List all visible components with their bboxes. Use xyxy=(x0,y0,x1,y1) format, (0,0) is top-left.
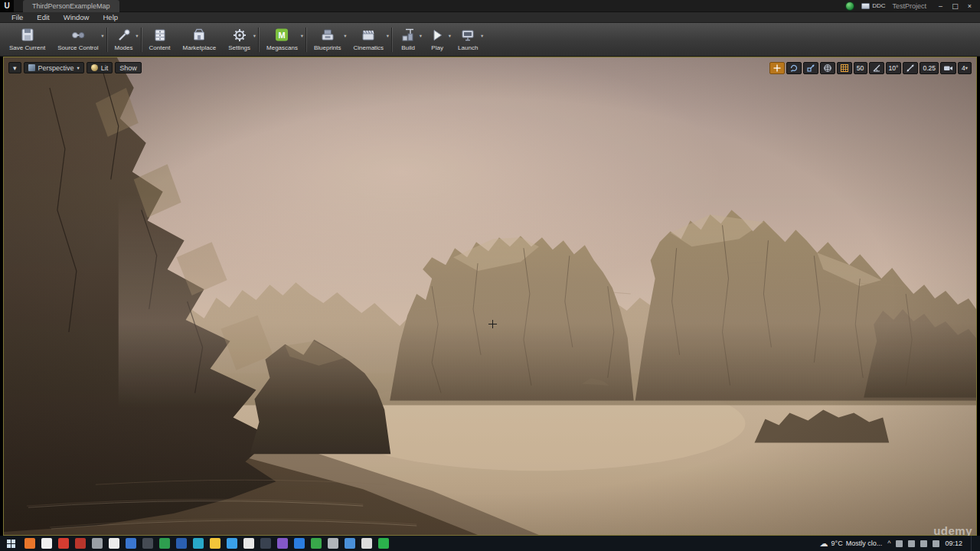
menu-edit[interactable]: Edit xyxy=(30,13,56,21)
weather-widget[interactable]: ☁ 9°C Mostly clo... xyxy=(820,540,883,548)
taskbar-app-icon[interactable] xyxy=(345,538,355,549)
build-button[interactable]: Build ▾ xyxy=(394,23,423,57)
level-tab-label: ThirdPersonExampleMap xyxy=(32,2,110,10)
settings-button[interactable]: Settings ▾ xyxy=(222,23,256,57)
menu-help[interactable]: Help xyxy=(96,13,125,21)
main-toolbar: Save Current Source Control ▾ Modes ▾ Co… xyxy=(0,23,980,57)
taskbar-app-icon[interactable] xyxy=(227,538,237,549)
taskbar-app-icon[interactable] xyxy=(24,538,35,549)
unreal-logo-icon: U xyxy=(0,0,14,12)
crosshair-icon xyxy=(488,320,497,328)
show-flags-button[interactable]: Show xyxy=(115,62,142,73)
taskbar-app-icon[interactable] xyxy=(243,538,254,549)
network-icon[interactable] xyxy=(920,540,927,547)
taskbar-app-icon[interactable] xyxy=(126,538,136,549)
cinematics-button[interactable]: Cinematics ▾ xyxy=(348,23,390,57)
dropdown-caret-icon: ▾ xyxy=(387,33,389,39)
move-tool-icon xyxy=(773,64,782,73)
lit-mode-button[interactable]: Lit xyxy=(87,62,113,73)
build-icon xyxy=(400,28,416,43)
launch-icon xyxy=(459,28,476,43)
viewport-scene[interactable] xyxy=(4,57,976,535)
taskbar-app-icon[interactable] xyxy=(193,538,204,549)
source-control-icon xyxy=(70,28,87,43)
perspective-icon xyxy=(28,64,35,71)
play-button[interactable]: Play ▾ xyxy=(423,23,452,57)
taskbar-app-icon[interactable] xyxy=(210,538,220,549)
taskbar-app-icon[interactable] xyxy=(159,538,170,549)
engine-status-icon[interactable] xyxy=(845,2,854,11)
show-desktop-button[interactable] xyxy=(971,536,974,551)
viewport-options-button[interactable]: ▾ xyxy=(8,62,21,73)
camera-speed-button[interactable] xyxy=(940,62,956,74)
close-button[interactable]: × xyxy=(962,1,977,11)
taskbar-app-icon[interactable] xyxy=(311,538,322,549)
scale-tool-button[interactable] xyxy=(803,62,818,74)
scale-snap-toggle[interactable] xyxy=(903,62,918,74)
taskbar-app-icon[interactable] xyxy=(58,538,69,549)
save-current-button[interactable]: Save Current xyxy=(3,23,51,57)
rotation-snap-value[interactable]: 10° xyxy=(886,62,902,74)
rotation-snap-toggle[interactable] xyxy=(869,62,884,74)
tray-expand-icon[interactable]: ^ xyxy=(887,540,890,547)
lit-sphere-icon xyxy=(91,64,98,71)
scale-snap-value[interactable]: 0.25 xyxy=(920,62,939,74)
taskbar-clock[interactable]: 09:12 xyxy=(945,540,962,547)
taskbar-app-icon[interactable] xyxy=(92,538,103,549)
dropdown-caret-icon: ▾ xyxy=(449,33,451,39)
weather-condition: Mostly clo... xyxy=(846,540,883,547)
perspective-button[interactable]: Perspective ▾ xyxy=(24,62,84,73)
marketplace-button[interactable]: Marketplace xyxy=(177,23,223,57)
volume-icon[interactable] xyxy=(933,540,939,547)
chevron-down-icon: ▾ xyxy=(13,64,17,72)
world-coordinate-button[interactable] xyxy=(820,62,835,74)
camera-icon xyxy=(943,64,953,73)
menu-file[interactable]: File xyxy=(5,13,30,21)
content-browser-button[interactable]: Content xyxy=(143,23,177,57)
taskbar-app-icon[interactable] xyxy=(294,538,305,549)
maximize-button[interactable]: □ xyxy=(948,1,962,11)
source-control-button[interactable]: Source Control ▾ xyxy=(51,23,104,57)
tray-icon[interactable] xyxy=(896,540,903,547)
megascans-icon: M xyxy=(273,28,290,43)
taskbar-app-icon[interactable] xyxy=(75,538,86,549)
toolbar-separator xyxy=(305,28,306,52)
level-tab[interactable]: ThirdPersonExampleMap xyxy=(23,0,119,12)
blueprints-button[interactable]: Blueprints ▾ xyxy=(308,23,348,57)
taskbar-app-icon[interactable] xyxy=(277,538,288,549)
menu-window[interactable]: Window xyxy=(57,13,96,21)
taskbar-app-icon[interactable] xyxy=(328,538,338,549)
rotation-snap-icon xyxy=(872,64,881,73)
dropdown-caret-icon: ▾ xyxy=(253,33,256,39)
taskbar-app-icon[interactable] xyxy=(378,538,389,549)
save-icon xyxy=(19,28,36,43)
grid-snap-value[interactable]: 50 xyxy=(854,62,867,74)
taskbar: ☁ 9°C Mostly clo... ^ 09:12 xyxy=(0,536,980,551)
title-bar: U ThirdPersonExampleMap DDC TestProject … xyxy=(0,0,980,12)
taskbar-app-icon[interactable] xyxy=(41,538,52,549)
launch-button[interactable]: Launch ▾ xyxy=(452,23,484,57)
dropdown-caret-icon: ▾ xyxy=(301,33,303,39)
marketplace-icon xyxy=(191,28,207,43)
taskbar-app-icon[interactable] xyxy=(260,538,271,549)
taskbar-app-icon[interactable] xyxy=(176,538,187,549)
move-tool-button[interactable] xyxy=(769,62,785,74)
taskbar-app-icon[interactable] xyxy=(109,538,119,549)
viewport[interactable]: ▾ Perspective ▾ Lit Show xyxy=(3,57,977,536)
camera-speed-value[interactable]: 4 ▾ xyxy=(958,62,972,74)
ddc-indicator[interactable]: DDC xyxy=(861,2,885,9)
dropdown-caret-icon: ▾ xyxy=(481,33,483,39)
megascans-button[interactable]: M Megascans ▾ xyxy=(260,23,304,57)
tray-icon[interactable] xyxy=(908,540,915,547)
taskbar-app-icon[interactable] xyxy=(361,538,372,549)
rotate-tool-button[interactable] xyxy=(786,62,802,74)
taskbar-app-icon[interactable] xyxy=(142,538,153,549)
settings-gear-icon xyxy=(231,28,248,43)
grid-snap-toggle[interactable] xyxy=(837,62,852,74)
start-button[interactable] xyxy=(0,536,21,551)
minimize-button[interactable]: – xyxy=(933,1,948,11)
dropdown-caret-icon: ▾ xyxy=(101,33,103,39)
toolbar-separator xyxy=(141,28,142,52)
scale-snap-icon xyxy=(906,64,915,73)
modes-button[interactable]: Modes ▾ xyxy=(109,23,139,57)
